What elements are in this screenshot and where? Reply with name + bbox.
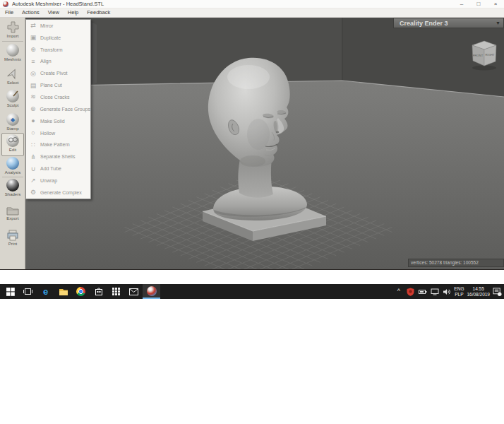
sidebar-item-export[interactable]: Export [0, 205, 25, 220]
start-button[interactable] [1, 284, 19, 299]
menu-item-label: Hollow [40, 131, 55, 136]
menu-view[interactable]: View [44, 8, 64, 17]
taskbar: e ^ [0, 284, 504, 299]
language-code: ENG [454, 286, 464, 292]
menu-item-label: Generate Face Groups [40, 107, 90, 112]
network-tray-button[interactable] [430, 286, 439, 297]
battery-icon [419, 289, 427, 295]
menu-file[interactable]: File [1, 8, 18, 17]
app-grid-button[interactable] [107, 284, 125, 299]
volume-tray-button[interactable] [442, 286, 451, 297]
separate-shells-icon: ⋔ [26, 153, 40, 160]
menu-item-plane-cut[interactable]: ▤Plane Cut [26, 79, 90, 91]
menu-item-generate-face-groups[interactable]: ⊛Generate Face Groups [26, 103, 90, 115]
chrome-button[interactable] [72, 284, 90, 299]
language-indicator[interactable]: ENG PLP [454, 286, 464, 297]
select-arrow-icon [6, 67, 19, 80]
action-center-button[interactable] [493, 286, 502, 297]
sidebar-item-select[interactable]: Select [0, 67, 25, 85]
sculpt-tool-icon [6, 90, 19, 102]
menu-item-transform[interactable]: ⊕Transform [26, 44, 90, 56]
file-explorer-button[interactable] [54, 284, 72, 299]
meshmixer-window: Autodesk Meshmixer - HeadStand.STL – □ ×… [0, 0, 504, 284]
menu-item-unwrap[interactable]: ↗Unwrap [26, 175, 90, 187]
store-button[interactable] [90, 284, 107, 299]
printer-selector-dropdown[interactable]: Creality Ender 3 ▼ [393, 18, 504, 28]
sidebar-item-label: Select [7, 81, 19, 85]
system-tray: ^ ENG [394, 286, 504, 297]
menu-feedback[interactable]: Feedback [83, 8, 114, 17]
menu-item-label: Unwrap [40, 178, 57, 183]
menu-item-make-pattern[interactable]: ∷Make Pattern [26, 139, 90, 151]
shaders-sphere-icon [6, 179, 19, 192]
task-view-button[interactable] [19, 284, 37, 299]
blank-area [0, 299, 504, 424]
menu-item-create-pivot[interactable]: ◎Create Pivot [26, 67, 90, 79]
sidebar-divider [2, 41, 23, 42]
time: 14:55 [473, 286, 484, 292]
menu-item-generate-complex[interactable]: ⚙Generate Complex [26, 187, 90, 199]
mail-envelope-icon [129, 288, 138, 295]
app-grid-icon [112, 288, 120, 295]
meshmixer-taskbar-button[interactable] [143, 284, 160, 299]
menu-item-hollow[interactable]: ○Hollow [26, 127, 90, 139]
sidebar-item-sculpt[interactable]: Sculpt [0, 90, 25, 107]
tray-overflow-button[interactable]: ^ [394, 286, 403, 297]
viewport[interactable]: FRONT RIGHT ⇄Mirror ▣Duplicate ⊕Transfor… [25, 18, 504, 269]
sidebar-item-stamp[interactable]: ◆ Stamp [0, 113, 25, 131]
sculpt-sphere-icon [6, 90, 19, 102]
battery-tray-button[interactable] [418, 286, 427, 297]
window-controls: – □ × [453, 0, 504, 8]
sidebar-item-edit[interactable]: Edit [1, 133, 24, 156]
make-pattern-icon: ∷ [26, 141, 40, 148]
close-button[interactable]: × [487, 0, 504, 8]
sidebar-item-meshmix[interactable]: Meshmix [0, 44, 25, 61]
edit-sphere-icon [6, 134, 19, 147]
minimize-button[interactable]: – [453, 0, 470, 8]
sidebar-item-import[interactable]: Import [0, 21, 25, 38]
sidebar-item-label: Export [6, 216, 18, 220]
antivirus-shield-icon [407, 288, 414, 296]
mail-button[interactable] [125, 284, 143, 299]
antivirus-tray-button[interactable] [406, 286, 415, 297]
head-model[interactable] [208, 58, 307, 220]
clock[interactable]: 14:55 16/08/2019 [467, 286, 490, 297]
action-center-icon [493, 287, 502, 297]
edge-button[interactable]: e [37, 284, 54, 299]
menu-item-duplicate[interactable]: ▣Duplicate [26, 32, 90, 44]
sidebar-item-label: Import [6, 34, 18, 38]
meshmix-sphere-icon [6, 44, 19, 57]
window-title: Autodesk Meshmixer - HeadStand.STL [12, 1, 104, 7]
windows-logo-icon [6, 288, 15, 296]
menu-help[interactable]: Help [64, 8, 83, 17]
keyboard-layout: PLP [455, 292, 463, 298]
sidebar-item-label: Shaders [5, 192, 20, 196]
menu-item-close-cracks[interactable]: ≋Close Cracks [26, 91, 90, 103]
menu-item-label: Separate Shells [40, 154, 75, 159]
close-cracks-icon: ≋ [26, 93, 40, 100]
viewport-canvas[interactable]: FRONT RIGHT [25, 18, 504, 269]
menu-item-label: Add Tube [40, 166, 61, 171]
sidebar-item-print[interactable]: Print [0, 230, 25, 246]
make-solid-icon: ● [26, 117, 40, 124]
menu-item-separate-shells[interactable]: ⋔Separate Shells [26, 151, 90, 163]
maximize-button[interactable]: □ [470, 0, 487, 8]
menu-item-align[interactable]: ≡Align [26, 56, 90, 68]
store-bag-icon [95, 287, 103, 296]
sidebar-item-label: Analysis [5, 170, 20, 175]
chevron-up-icon: ^ [397, 288, 400, 295]
sidebar-item-analysis[interactable]: Analysis [0, 157, 25, 175]
sidebar-item-label: Print [8, 242, 17, 246]
menu-item-add-tube[interactable]: ∪Add Tube [26, 163, 90, 175]
menubar: File Actions View Help Feedback [0, 8, 504, 18]
menu-item-make-solid[interactable]: ●Make Solid [26, 115, 90, 127]
create-pivot-icon: ◎ [26, 70, 40, 77]
sidebar-item-shaders[interactable]: Shaders [0, 179, 25, 196]
sidebar-item-label: Meshmix [4, 57, 21, 61]
wall-left-sliver [91, 22, 97, 86]
menu-actions[interactable]: Actions [18, 8, 44, 17]
meshmixer-logo-icon [3, 1, 8, 7]
plane-cut-icon: ▤ [26, 82, 40, 89]
menu-item-mirror[interactable]: ⇄Mirror [26, 20, 90, 32]
network-icon [431, 288, 439, 295]
